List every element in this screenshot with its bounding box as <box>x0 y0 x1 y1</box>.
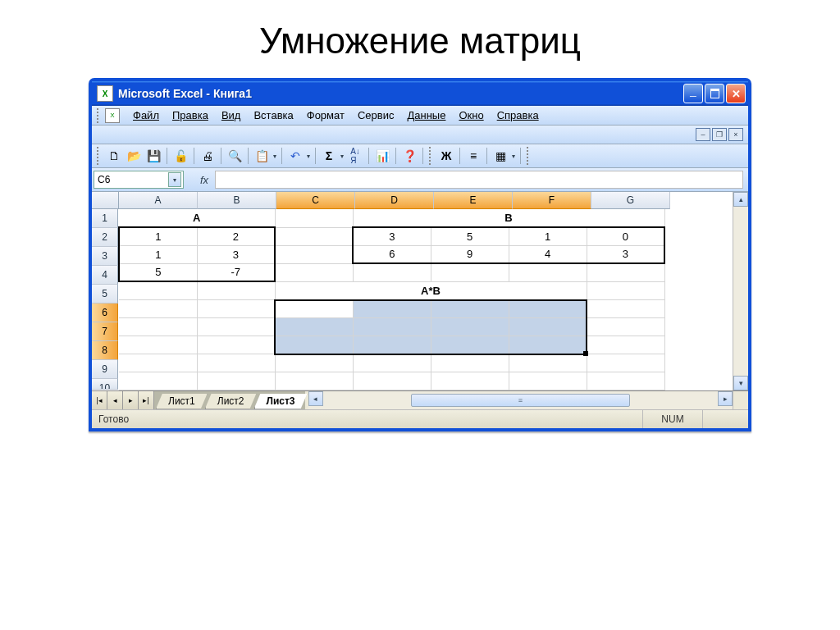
undo-dropdown-icon[interactable]: ▾ <box>306 153 311 160</box>
cell-B8[interactable] <box>197 336 275 354</box>
menu-format[interactable]: Формат <box>300 107 351 123</box>
col-header-C[interactable]: C <box>276 192 355 209</box>
col-header-G[interactable]: G <box>591 192 670 209</box>
cell-G7[interactable] <box>587 317 664 336</box>
formula-input[interactable] <box>215 171 743 189</box>
cell-C1[interactable] <box>275 209 353 227</box>
autosum-icon[interactable]: Σ <box>320 147 338 165</box>
fx-icon[interactable]: fx <box>200 174 208 186</box>
save-icon[interactable]: 💾 <box>144 147 162 165</box>
close-button[interactable] <box>726 84 746 103</box>
cell-B9[interactable] <box>197 354 275 372</box>
row-header-5[interactable]: 5 <box>92 285 118 304</box>
select-all-corner[interactable] <box>92 192 119 209</box>
cell-A4[interactable]: 5 <box>119 263 197 281</box>
cell-E10[interactable] <box>431 372 509 390</box>
mdi-close[interactable]: × <box>728 128 743 141</box>
row-header-3[interactable]: 3 <box>92 247 118 266</box>
col-header-D[interactable]: D <box>355 192 434 209</box>
minimize-button[interactable] <box>683 84 703 103</box>
cell-G6[interactable] <box>587 299 664 317</box>
menu-window[interactable]: Окно <box>452 107 490 123</box>
cell-A7[interactable] <box>119 317 197 336</box>
cell-B6[interactable] <box>197 299 275 317</box>
help-icon[interactable]: ❓ <box>400 147 418 165</box>
cell-E8[interactable] <box>431 336 509 354</box>
cell-E6[interactable] <box>431 299 509 317</box>
cell-G4[interactable] <box>587 263 664 281</box>
sheet-tab-2[interactable]: Лист2 <box>205 394 257 409</box>
tab-next-icon[interactable]: ▸ <box>123 391 139 409</box>
cell-C3[interactable] <box>275 245 353 263</box>
cell-D2[interactable]: 3 <box>353 227 431 245</box>
cell-C4[interactable] <box>275 263 353 281</box>
paste-dropdown-icon[interactable]: ▾ <box>272 153 277 160</box>
cell-G2[interactable]: 0 <box>587 227 664 245</box>
cell-B3[interactable]: 3 <box>197 245 275 263</box>
cell-D6[interactable] <box>353 299 431 317</box>
cell-G9[interactable] <box>587 354 664 372</box>
mdi-minimize[interactable]: – <box>696 128 710 141</box>
row-header-4[interactable]: 4 <box>92 266 118 285</box>
name-box[interactable]: C6 ▾ <box>94 171 184 189</box>
cell-A2[interactable]: 1 <box>119 227 197 245</box>
print-icon[interactable]: 🖨 <box>199 147 217 165</box>
cell-D8[interactable] <box>353 336 431 354</box>
document-icon[interactable] <box>105 108 120 123</box>
cell-E3[interactable]: 9 <box>431 245 509 263</box>
chart-wizard-icon[interactable]: 📊 <box>373 147 391 165</box>
cell-B5[interactable] <box>197 281 275 299</box>
toolbar-handle-icon[interactable] <box>97 147 102 165</box>
cell-D1[interactable]: B <box>353 209 664 227</box>
format-toolbar-handle-icon[interactable] <box>429 147 434 165</box>
menu-view[interactable]: Вид <box>215 107 248 123</box>
cell-F4[interactable] <box>509 263 587 281</box>
cell-B10[interactable] <box>197 372 275 390</box>
sort-icon[interactable]: А↓Я <box>346 147 364 165</box>
hscroll-thumb[interactable]: ≡ <box>411 394 630 407</box>
cell-A6[interactable] <box>119 299 197 317</box>
row-header-1[interactable]: 1 <box>92 209 118 228</box>
row-header-7[interactable]: 7 <box>92 322 118 341</box>
undo-icon[interactable]: ↶ <box>286 147 304 165</box>
cell-E4[interactable] <box>431 263 509 281</box>
row-header-10[interactable]: 10 <box>92 379 118 390</box>
cell-G5[interactable] <box>587 281 664 299</box>
cell-A9[interactable] <box>119 354 197 372</box>
cell-area[interactable]: A B 1 2 3 5 1 <box>118 209 733 390</box>
col-header-A[interactable]: A <box>119 192 198 209</box>
open-file-icon[interactable]: 📂 <box>125 147 143 165</box>
cell-C7[interactable] <box>275 317 353 336</box>
cell-F8[interactable] <box>509 336 587 354</box>
cell-A8[interactable] <box>119 336 197 354</box>
cell-C2[interactable] <box>275 227 353 245</box>
cell-C8[interactable] <box>275 336 353 354</box>
cell-C9[interactable] <box>275 354 353 372</box>
row-header-2[interactable]: 2 <box>92 228 118 247</box>
cell-D4[interactable] <box>353 263 431 281</box>
tab-last-icon[interactable]: ▸| <box>139 391 154 409</box>
align-center-icon[interactable]: ≡ <box>464 147 482 165</box>
scroll-up-icon[interactable]: ▴ <box>733 192 748 207</box>
cell-G10[interactable] <box>587 372 664 390</box>
col-header-E[interactable]: E <box>434 192 513 209</box>
scroll-left-icon[interactable]: ◂ <box>308 391 323 406</box>
scroll-right-icon[interactable]: ▸ <box>718 391 733 406</box>
name-box-dropdown-icon[interactable]: ▾ <box>168 172 181 187</box>
cell-E7[interactable] <box>431 317 509 336</box>
bold-button[interactable]: Ж <box>437 147 455 165</box>
copy-icon[interactable]: 📋 <box>253 147 271 165</box>
sheet-tab-1[interactable]: Лист1 <box>156 394 208 409</box>
cell-F2[interactable]: 1 <box>509 227 587 245</box>
cell-A3[interactable]: 1 <box>119 245 197 263</box>
col-header-F[interactable]: F <box>513 192 591 209</box>
menu-help[interactable]: Справка <box>491 107 546 123</box>
vertical-scrollbar[interactable]: ▴ ▾ <box>733 192 748 390</box>
cell-G3[interactable]: 3 <box>587 245 664 263</box>
borders-dropdown-icon[interactable]: ▾ <box>511 153 516 160</box>
autosum-dropdown-icon[interactable]: ▾ <box>340 153 345 160</box>
cell-C6[interactable] <box>275 299 353 317</box>
permission-icon[interactable]: 🔓 <box>171 147 189 165</box>
maximize-button[interactable] <box>705 84 724 103</box>
cell-B2[interactable]: 2 <box>197 227 275 245</box>
